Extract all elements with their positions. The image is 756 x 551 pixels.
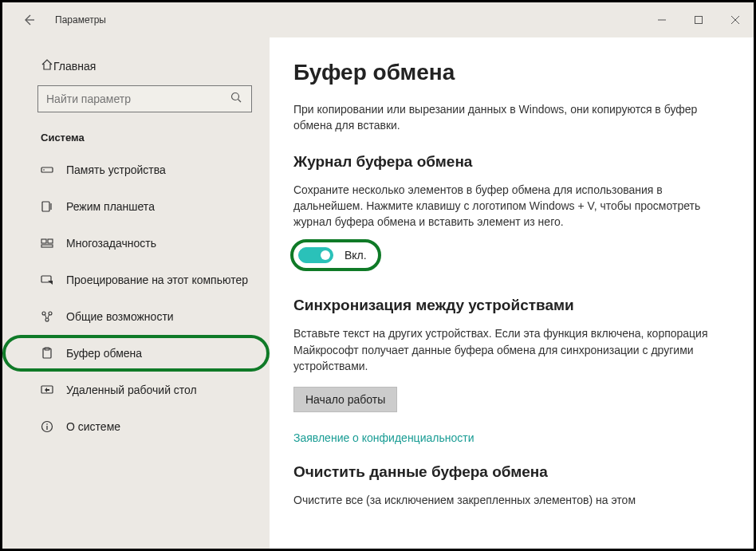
sidebar-item-clipboard[interactable]: Буфер обмена bbox=[2, 335, 270, 372]
svg-rect-1 bbox=[695, 17, 703, 24]
intro-text: При копировании или вырезании данных в W… bbox=[293, 101, 708, 134]
page-title: Буфер обмена bbox=[293, 60, 734, 85]
sidebar-item-shared[interactable]: Общие возможности bbox=[2, 298, 270, 335]
clear-desc: Очистите все (за исключением закрепленны… bbox=[293, 492, 708, 508]
sidebar: Главная Система Память устройства Режим … bbox=[2, 37, 270, 549]
sync-heading: Синхронизация между устройствами bbox=[293, 297, 734, 314]
sidebar-item-label: Проецирование на этот компьютер bbox=[66, 274, 248, 286]
sidebar-item-remote[interactable]: Удаленный рабочий стол bbox=[2, 372, 270, 408]
sidebar-item-multitask[interactable]: Многозадачность bbox=[2, 225, 270, 262]
svg-point-14 bbox=[42, 312, 45, 315]
history-heading: Журнал буфера обмена bbox=[293, 153, 734, 171]
toggle-knob bbox=[321, 250, 330, 260]
back-arrow-icon bbox=[22, 14, 35, 26]
sidebar-item-label: Режим планшета bbox=[66, 200, 155, 213]
svg-point-23 bbox=[46, 423, 48, 425]
svg-rect-6 bbox=[41, 167, 53, 172]
sidebar-home[interactable]: Главная bbox=[2, 50, 270, 85]
svg-point-16 bbox=[45, 318, 49, 321]
window-body: Главная Система Память устройства Режим … bbox=[2, 37, 754, 549]
svg-line-17 bbox=[45, 315, 47, 319]
clipboard-icon bbox=[41, 347, 55, 360]
content-area: Буфер обмена При копировании или вырезан… bbox=[270, 37, 754, 549]
window-controls bbox=[644, 2, 754, 37]
shared-icon bbox=[41, 310, 55, 323]
history-toggle[interactable] bbox=[298, 247, 333, 263]
settings-window: Параметры Главная Система Память устройс… bbox=[0, 0, 756, 551]
maximize-button[interactable] bbox=[680, 2, 717, 37]
svg-point-4 bbox=[232, 93, 239, 100]
svg-point-7 bbox=[43, 169, 45, 171]
sync-desc: Вставьте текст на других устройствах. Ес… bbox=[293, 325, 708, 374]
remote-icon bbox=[41, 384, 55, 396]
svg-line-18 bbox=[48, 315, 49, 319]
sidebar-item-label: Многозадачность bbox=[66, 237, 156, 250]
sidebar-category: Система bbox=[2, 127, 270, 152]
close-button[interactable] bbox=[717, 2, 754, 37]
svg-rect-11 bbox=[48, 239, 53, 243]
sidebar-item-label: О системе bbox=[66, 420, 120, 433]
search-input[interactable] bbox=[46, 92, 230, 105]
sidebar-item-label: Буфер обмена bbox=[66, 347, 142, 360]
sidebar-item-about[interactable]: О системе bbox=[2, 408, 270, 445]
projecting-icon bbox=[41, 274, 55, 286]
toggle-label: Вкл. bbox=[345, 249, 367, 262]
sidebar-item-label: Удаленный рабочий стол bbox=[66, 384, 197, 396]
svg-rect-8 bbox=[42, 202, 49, 211]
search-icon bbox=[230, 92, 243, 106]
sidebar-item-storage[interactable]: Память устройства bbox=[2, 152, 270, 188]
tablet-icon bbox=[41, 200, 55, 213]
svg-rect-10 bbox=[41, 239, 46, 243]
info-icon bbox=[41, 420, 55, 433]
search-box[interactable] bbox=[37, 85, 252, 112]
svg-point-15 bbox=[49, 312, 52, 315]
svg-line-5 bbox=[238, 100, 242, 103]
sidebar-item-label: Общие возможности bbox=[66, 310, 174, 323]
sidebar-item-projecting[interactable]: Проецирование на этот компьютер bbox=[2, 262, 270, 298]
titlebar: Параметры bbox=[2, 2, 754, 37]
sidebar-item-label: Память устройства bbox=[66, 163, 166, 176]
window-title: Параметры bbox=[55, 14, 106, 26]
multitask-icon bbox=[41, 237, 55, 250]
privacy-link[interactable]: Заявление о конфиденциальности bbox=[293, 431, 734, 444]
svg-rect-12 bbox=[41, 245, 53, 247]
sync-start-button[interactable]: Начало работы bbox=[293, 387, 397, 412]
sidebar-item-tablet[interactable]: Режим планшета bbox=[2, 188, 270, 225]
history-desc: Сохраните несколько элементов в буфер об… bbox=[293, 182, 708, 230]
sidebar-home-label: Главная bbox=[53, 60, 96, 73]
back-button[interactable] bbox=[17, 8, 41, 32]
history-toggle-highlight: Вкл. bbox=[293, 242, 378, 268]
home-icon bbox=[41, 58, 53, 74]
minimize-button[interactable] bbox=[644, 2, 680, 37]
clear-heading: Очистить данные буфера обмена bbox=[293, 463, 734, 481]
storage-icon bbox=[41, 163, 55, 176]
